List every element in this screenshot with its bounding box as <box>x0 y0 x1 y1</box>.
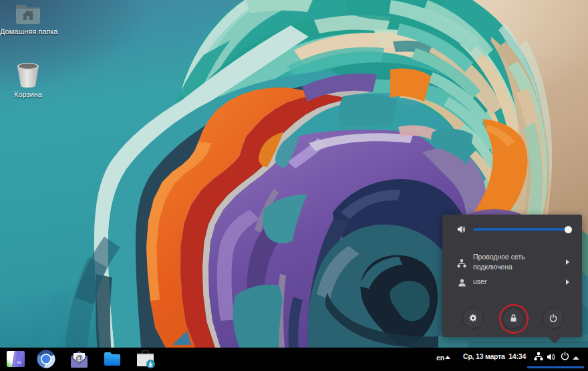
svg-text:∞: ∞ <box>17 359 21 366</box>
svg-text:@: @ <box>76 354 83 362</box>
